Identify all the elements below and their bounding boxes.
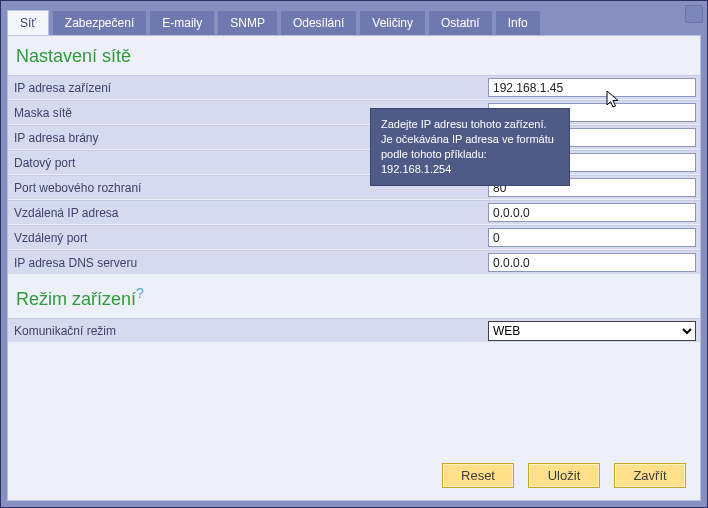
input-remote-port[interactable] (488, 228, 696, 247)
row-netmask: Maska sítě (8, 100, 700, 125)
tab-sending[interactable]: Odesílání (281, 11, 356, 35)
reset-button[interactable]: Reset (442, 463, 514, 488)
tab-emails[interactable]: E-maily (150, 11, 214, 35)
window-corner-decoration (685, 5, 703, 23)
tab-snmp[interactable]: SNMP (218, 11, 277, 35)
row-device-ip: IP adresa zařízení (8, 75, 700, 100)
tab-bar: Síť Zabezpečení E-maily SNMP Odesílání V… (1, 1, 707, 35)
label-remote-ip: Vzdálená IP adresa (8, 206, 488, 220)
row-comm-mode: Komunikační režim WEB (8, 318, 700, 343)
row-remote-ip: Vzdálená IP adresa (8, 200, 700, 225)
tab-security[interactable]: Zabezpečení (53, 11, 146, 35)
tab-other[interactable]: Ostatní (429, 11, 492, 35)
content-panel: Nastavení sítě IP adresa zařízení Maska … (7, 35, 701, 501)
tooltip-line: Zadejte IP adresu tohoto zařízení. (381, 117, 559, 132)
save-button[interactable]: Uložit (528, 463, 600, 488)
close-button[interactable]: Zavřít (614, 463, 686, 488)
input-dns[interactable] (488, 253, 696, 272)
button-bar: Reset Uložit Zavřít (442, 463, 686, 488)
section-title-mode: Režim zařízení? (8, 275, 700, 318)
tooltip-line: podle tohoto příkladu: (381, 147, 559, 162)
tab-quantities[interactable]: Veličiny (360, 11, 425, 35)
input-remote-ip[interactable] (488, 203, 696, 222)
label-device-ip: IP adresa zařízení (8, 81, 488, 95)
tooltip-line: Je očekávána IP adresa ve formátu (381, 132, 559, 147)
row-remote-port: Vzdálený port (8, 225, 700, 250)
row-web-port: Port webového rozhraní (8, 175, 700, 200)
tab-info[interactable]: Info (496, 11, 540, 35)
help-icon[interactable]: ? (136, 285, 144, 301)
row-data-port: Datový port (8, 150, 700, 175)
select-comm-mode[interactable]: WEB (488, 321, 696, 341)
tab-network[interactable]: Síť (7, 10, 49, 36)
tooltip-device-ip: Zadejte IP adresu tohoto zařízení. Je oč… (370, 108, 570, 186)
tooltip-line: 192.168.1.254 (381, 162, 559, 177)
label-remote-port: Vzdálený port (8, 231, 488, 245)
section-title-mode-text: Režim zařízení (16, 289, 136, 309)
section-title-network: Nastavení sítě (8, 36, 700, 75)
settings-window: Síť Zabezpečení E-maily SNMP Odesílání V… (0, 0, 708, 508)
row-gateway: IP adresa brány (8, 125, 700, 150)
row-dns: IP adresa DNS serveru (8, 250, 700, 275)
label-comm-mode: Komunikační režim (8, 324, 488, 338)
input-device-ip[interactable] (488, 78, 696, 97)
label-dns: IP adresa DNS serveru (8, 256, 488, 270)
